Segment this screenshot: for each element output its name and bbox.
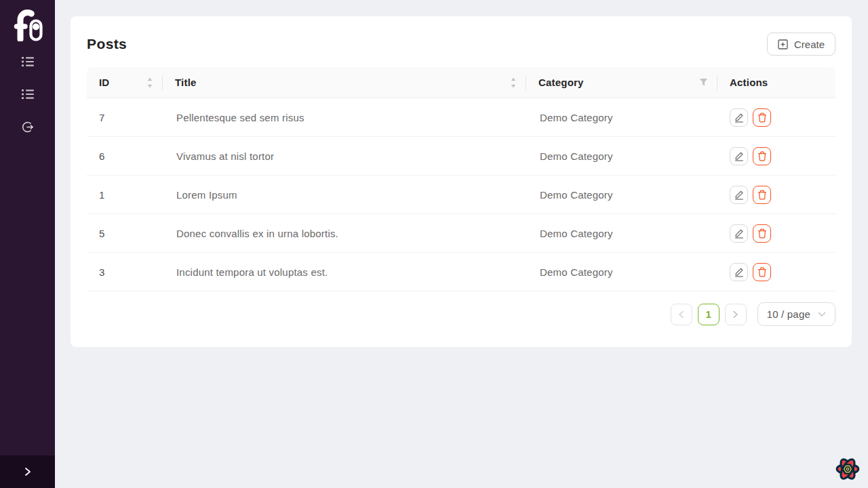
react-query-flower-icon <box>833 454 863 484</box>
delete-trash-icon <box>757 228 767 239</box>
page-size-label: 10 / page <box>767 308 810 320</box>
cell-title: Lorem Ipsum <box>163 176 526 214</box>
column-label: Category <box>538 77 584 88</box>
chevron-right-icon <box>732 310 739 319</box>
chevron-down-icon <box>818 312 826 317</box>
delete-trash-icon <box>757 267 767 277</box>
list-icon <box>22 89 34 100</box>
cell-title: Incidunt tempora ut voluptas est. <box>163 253 526 291</box>
table-row: 3 Incidunt tempora ut voluptas est. Demo… <box>87 253 835 291</box>
pagination-page-1[interactable]: 1 <box>698 304 719 325</box>
table-row: 1 Lorem Ipsum Demo Category <box>87 176 835 214</box>
cell-category: Demo Category <box>526 253 717 291</box>
edit-button[interactable] <box>730 108 748 127</box>
chevron-left-icon <box>677 310 685 319</box>
sort-carets-icon <box>146 76 153 89</box>
sidebar-nav <box>0 45 55 143</box>
delete-button[interactable] <box>753 263 771 281</box>
react-query-devtools-button[interactable] <box>833 454 863 484</box>
column-header-category[interactable]: Category <box>526 67 717 98</box>
page-title: Posts <box>87 36 127 52</box>
cell-id: 5 <box>87 214 163 253</box>
cell-title: Donec convallis ex in urna lobortis. <box>163 214 526 253</box>
table-header-row: ID Title <box>87 67 835 98</box>
cell-id: 6 <box>87 137 163 176</box>
cell-id: 7 <box>87 98 163 137</box>
column-header-actions: Actions <box>717 67 835 98</box>
sidebar <box>0 0 55 488</box>
column-label: Title <box>175 77 197 88</box>
app-logo[interactable] <box>12 0 43 43</box>
cell-actions <box>717 214 835 253</box>
table-row: 5 Donec convallis ex in urna lobortis. D… <box>87 214 835 253</box>
delete-button[interactable] <box>753 147 771 165</box>
cell-id: 1 <box>87 176 163 214</box>
edit-button[interactable] <box>730 263 748 281</box>
cell-category: Demo Category <box>526 98 717 137</box>
cell-category: Demo Category <box>526 176 717 214</box>
create-button[interactable]: Create <box>767 33 835 56</box>
card-header: Posts Create <box>87 31 835 57</box>
edit-pencil-icon <box>734 228 744 239</box>
edit-pencil-icon <box>734 190 744 200</box>
list-icon <box>22 56 34 67</box>
edit-pencil-icon <box>734 267 744 277</box>
table-row: 6 Vivamus at nisl tortor Demo Category <box>87 137 835 176</box>
delete-button[interactable] <box>753 186 771 204</box>
posts-card: Posts Create ID <box>71 16 852 347</box>
cell-actions <box>717 137 835 176</box>
delete-trash-icon <box>757 190 767 200</box>
edit-button[interactable] <box>730 224 748 243</box>
delete-trash-icon <box>757 151 767 161</box>
edit-button[interactable] <box>730 186 748 204</box>
pagination: 1 10 / page <box>87 302 835 326</box>
sort-carets-icon <box>510 76 517 89</box>
cell-title: Pellentesque sed sem risus <box>163 98 526 137</box>
main-content: Posts Create ID <box>55 0 868 488</box>
posts-table: ID Title <box>87 67 835 291</box>
edit-pencil-icon <box>734 113 744 123</box>
sidebar-item-categories[interactable] <box>0 78 55 110</box>
plus-square-icon <box>778 39 788 49</box>
cell-title: Vivamus at nisl tortor <box>163 137 526 176</box>
cell-category: Demo Category <box>526 214 717 253</box>
pagination-next-button[interactable] <box>725 304 747 325</box>
sidebar-item-logout[interactable] <box>0 110 55 143</box>
column-header-id[interactable]: ID <box>87 67 163 98</box>
table-row: 7 Pellentesque sed sem risus Demo Catego… <box>87 98 835 137</box>
sidebar-item-posts[interactable] <box>0 45 55 78</box>
chevron-right-icon <box>23 467 32 476</box>
pagination-prev-button[interactable] <box>671 304 692 325</box>
logout-icon <box>21 121 34 134</box>
create-button-label: Create <box>794 39 825 50</box>
cell-category: Demo Category <box>526 137 717 176</box>
filter-funnel-icon <box>699 78 708 87</box>
column-label: Actions <box>730 77 768 88</box>
cell-id: 3 <box>87 253 163 291</box>
edit-button[interactable] <box>730 147 748 165</box>
cell-actions <box>717 253 835 291</box>
edit-pencil-icon <box>734 151 744 161</box>
cell-actions <box>717 98 835 137</box>
delete-button[interactable] <box>753 224 771 243</box>
delete-button[interactable] <box>753 108 771 127</box>
page-size-select[interactable]: 10 / page <box>757 302 835 326</box>
delete-trash-icon <box>757 113 767 123</box>
sidebar-collapse-trigger[interactable] <box>0 455 55 488</box>
column-label: ID <box>99 77 109 88</box>
cell-actions <box>717 176 835 214</box>
f-toggle-logo-icon <box>12 9 43 41</box>
column-header-title[interactable]: Title <box>163 67 526 98</box>
